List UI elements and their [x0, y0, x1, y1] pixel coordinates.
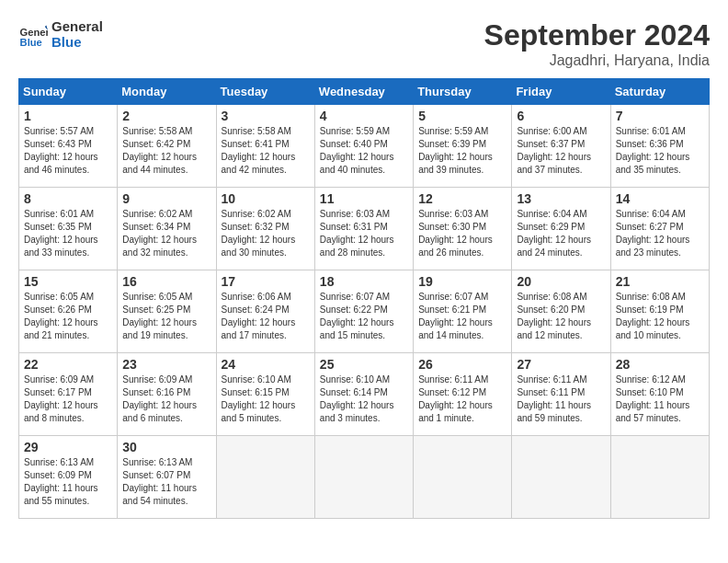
table-row: 8 Sunrise: 6:01 AMSunset: 6:35 PMDayligh… — [19, 188, 118, 270]
day-info: Sunrise: 5:59 AMSunset: 6:40 PMDaylight:… — [320, 125, 408, 177]
day-info: Sunrise: 5:58 AMSunset: 6:41 PMDaylight:… — [222, 125, 310, 177]
day-info: Sunrise: 6:03 AMSunset: 6:31 PMDaylight:… — [320, 208, 408, 259]
table-row: 11 Sunrise: 6:03 AMSunset: 6:31 PMDaylig… — [314, 188, 413, 270]
calendar-week-row: 15 Sunrise: 6:05 AMSunset: 6:26 PMDaylig… — [19, 270, 710, 353]
col-monday: Monday — [118, 79, 216, 105]
logo-general: General — [51, 18, 103, 34]
table-row — [216, 436, 314, 519]
day-number: 19 — [418, 274, 506, 289]
day-info: Sunrise: 5:59 AMSunset: 6:39 PMDaylight:… — [418, 125, 506, 177]
table-row: 7 Sunrise: 6:01 AMSunset: 6:36 PMDayligh… — [610, 105, 709, 188]
day-number: 12 — [418, 191, 506, 206]
day-info: Sunrise: 5:58 AMSunset: 6:42 PMDaylight:… — [122, 125, 210, 177]
day-info: Sunrise: 6:11 AMSunset: 6:11 PMDaylight:… — [517, 373, 605, 425]
day-info: Sunrise: 6:08 AMSunset: 6:20 PMDaylight:… — [517, 291, 605, 342]
table-row: 20 Sunrise: 6:08 AMSunset: 6:20 PMDaylig… — [512, 270, 610, 353]
day-info: Sunrise: 6:01 AMSunset: 6:36 PMDaylight:… — [616, 125, 704, 177]
table-row: 6 Sunrise: 6:00 AMSunset: 6:37 PMDayligh… — [512, 105, 610, 188]
day-number: 6 — [517, 109, 605, 123]
day-number: 4 — [320, 109, 408, 123]
table-row: 23 Sunrise: 6:09 AMSunset: 6:16 PMDaylig… — [118, 353, 216, 436]
day-info: Sunrise: 6:04 AMSunset: 6:29 PMDaylight:… — [517, 208, 605, 259]
day-number: 5 — [418, 109, 506, 123]
svg-text:General: General — [20, 27, 48, 38]
table-row — [414, 436, 512, 519]
day-info: Sunrise: 6:08 AMSunset: 6:19 PMDaylight:… — [616, 291, 704, 342]
calendar-week-row: 22 Sunrise: 6:09 AMSunset: 6:17 PMDaylig… — [19, 353, 710, 436]
day-info: Sunrise: 6:04 AMSunset: 6:27 PMDaylight:… — [616, 208, 704, 259]
day-number: 14 — [616, 191, 704, 206]
table-row: 5 Sunrise: 5:59 AMSunset: 6:39 PMDayligh… — [414, 105, 512, 188]
day-number: 11 — [320, 191, 408, 206]
table-row: 13 Sunrise: 6:04 AMSunset: 6:29 PMDaylig… — [512, 188, 610, 270]
table-row: 18 Sunrise: 6:07 AMSunset: 6:22 PMDaylig… — [314, 270, 413, 353]
table-row: 14 Sunrise: 6:04 AMSunset: 6:27 PMDaylig… — [610, 188, 709, 270]
day-info: Sunrise: 6:10 AMSunset: 6:14 PMDaylight:… — [320, 373, 408, 425]
month-title: September 2024 — [484, 18, 710, 52]
table-row: 12 Sunrise: 6:03 AMSunset: 6:30 PMDaylig… — [414, 188, 512, 270]
day-number: 17 — [222, 274, 310, 289]
day-info: Sunrise: 6:05 AMSunset: 6:25 PMDaylight:… — [122, 291, 210, 342]
day-number: 27 — [517, 357, 605, 372]
col-friday: Friday — [512, 79, 610, 105]
table-row: 1 Sunrise: 5:57 AMSunset: 6:43 PMDayligh… — [19, 105, 118, 188]
table-row: 4 Sunrise: 5:59 AMSunset: 6:40 PMDayligh… — [314, 105, 413, 188]
col-tuesday: Tuesday — [216, 79, 314, 105]
table-row: 19 Sunrise: 6:07 AMSunset: 6:21 PMDaylig… — [414, 270, 512, 353]
day-number: 9 — [122, 191, 210, 206]
table-row — [314, 436, 413, 519]
day-number: 30 — [122, 440, 210, 454]
day-number: 20 — [517, 274, 605, 289]
table-row: 2 Sunrise: 5:58 AMSunset: 6:42 PMDayligh… — [118, 105, 216, 188]
day-number: 26 — [418, 357, 506, 372]
day-info: Sunrise: 6:09 AMSunset: 6:17 PMDaylight:… — [24, 373, 112, 425]
day-info: Sunrise: 5:57 AMSunset: 6:43 PMDaylight:… — [24, 125, 112, 177]
location: Jagadhri, Haryana, India — [484, 52, 710, 69]
calendar-header-row: Sunday Monday Tuesday Wednesday Thursday… — [19, 79, 710, 105]
day-number: 15 — [24, 274, 112, 289]
title-section: September 2024 Jagadhri, Haryana, India — [484, 18, 710, 69]
day-number: 16 — [122, 274, 210, 289]
calendar-table: Sunday Monday Tuesday Wednesday Thursday… — [18, 78, 710, 519]
day-number: 3 — [222, 109, 310, 123]
table-row: 21 Sunrise: 6:08 AMSunset: 6:19 PMDaylig… — [610, 270, 709, 353]
day-info: Sunrise: 6:13 AMSunset: 6:07 PMDaylight:… — [122, 456, 210, 508]
day-number: 24 — [222, 357, 310, 372]
day-info: Sunrise: 6:00 AMSunset: 6:37 PMDaylight:… — [517, 125, 605, 177]
calendar-week-row: 8 Sunrise: 6:01 AMSunset: 6:35 PMDayligh… — [19, 188, 710, 270]
page-header: General Blue General Blue September 2024… — [18, 18, 710, 69]
day-info: Sunrise: 6:10 AMSunset: 6:15 PMDaylight:… — [222, 373, 310, 425]
table-row: 25 Sunrise: 6:10 AMSunset: 6:14 PMDaylig… — [314, 353, 413, 436]
table-row: 27 Sunrise: 6:11 AMSunset: 6:11 PMDaylig… — [512, 353, 610, 436]
day-info: Sunrise: 6:07 AMSunset: 6:21 PMDaylight:… — [418, 291, 506, 342]
day-number: 23 — [122, 357, 210, 372]
logo-icon: General Blue — [18, 19, 48, 49]
svg-text:Blue: Blue — [20, 37, 42, 48]
calendar-week-row: 1 Sunrise: 5:57 AMSunset: 6:43 PMDayligh… — [19, 105, 710, 188]
day-number: 22 — [24, 357, 112, 372]
logo-blue: Blue — [51, 34, 103, 50]
day-number: 21 — [616, 274, 704, 289]
day-info: Sunrise: 6:13 AMSunset: 6:09 PMDaylight:… — [24, 456, 112, 508]
day-number: 7 — [616, 109, 704, 123]
col-saturday: Saturday — [610, 79, 709, 105]
col-thursday: Thursday — [414, 79, 512, 105]
day-info: Sunrise: 6:11 AMSunset: 6:12 PMDaylight:… — [418, 373, 506, 425]
col-wednesday: Wednesday — [314, 79, 413, 105]
table-row: 15 Sunrise: 6:05 AMSunset: 6:26 PMDaylig… — [19, 270, 118, 353]
table-row: 16 Sunrise: 6:05 AMSunset: 6:25 PMDaylig… — [118, 270, 216, 353]
logo: General Blue General Blue — [18, 18, 103, 50]
day-number: 28 — [616, 357, 704, 372]
day-number: 29 — [24, 440, 112, 454]
day-info: Sunrise: 6:06 AMSunset: 6:24 PMDaylight:… — [222, 291, 310, 342]
day-info: Sunrise: 6:05 AMSunset: 6:26 PMDaylight:… — [24, 291, 112, 342]
table-row: 9 Sunrise: 6:02 AMSunset: 6:34 PMDayligh… — [118, 188, 216, 270]
table-row: 22 Sunrise: 6:09 AMSunset: 6:17 PMDaylig… — [19, 353, 118, 436]
table-row: 24 Sunrise: 6:10 AMSunset: 6:15 PMDaylig… — [216, 353, 314, 436]
table-row: 17 Sunrise: 6:06 AMSunset: 6:24 PMDaylig… — [216, 270, 314, 353]
day-number: 10 — [222, 191, 310, 206]
table-row: 26 Sunrise: 6:11 AMSunset: 6:12 PMDaylig… — [414, 353, 512, 436]
table-row: 28 Sunrise: 6:12 AMSunset: 6:10 PMDaylig… — [610, 353, 709, 436]
col-sunday: Sunday — [19, 79, 118, 105]
table-row: 29 Sunrise: 6:13 AMSunset: 6:09 PMDaylig… — [19, 436, 118, 519]
